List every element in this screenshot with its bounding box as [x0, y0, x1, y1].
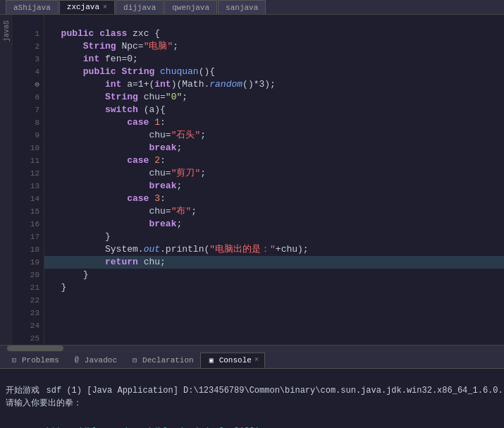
- code-line-11: case 2:: [44, 154, 504, 167]
- code-line-blank: [44, 15, 504, 27]
- gutter-line-13: 13: [13, 180, 39, 192]
- tab-declaration[interactable]: ⊟ Declaration: [123, 353, 200, 368]
- code-line-7: switch (a){: [44, 104, 504, 116]
- bottom-tab-bar: ⊡ Problems @ Javadoc ⊟ Declaration ▣ Con…: [0, 352, 504, 369]
- code-line-20: }: [44, 269, 504, 281]
- console-close-icon[interactable]: ×: [254, 356, 259, 364]
- tab-sanjava[interactable]: sanjava: [218, 0, 266, 14]
- code-line-9: chu="石头";: [44, 129, 504, 142]
- code-line-13: break;: [44, 180, 504, 192]
- code-line-5: int a=1+(int)(Math.random()*3);: [44, 78, 504, 91]
- code-line-15: chu="布";: [44, 205, 504, 218]
- tab-javadoc-label: Javadoc: [85, 356, 117, 365]
- gutter-line-9: 9: [13, 129, 39, 142]
- code-line-14: case 3:: [44, 192, 504, 205]
- code-line-12: chu="剪刀";: [44, 167, 504, 180]
- horizontal-scrollbar[interactable]: [0, 345, 504, 351]
- tab-ashijava[interactable]: aShijava: [6, 0, 59, 14]
- editor-wrapper: javaS 1 2 3 4 ⊖ 6 7 8 9 10 11 12 13 14 1…: [0, 15, 504, 345]
- gutter-empty: [13, 15, 39, 27]
- gutter-line-1: 1: [13, 27, 39, 40]
- gutter-line-18: 18: [13, 243, 39, 256]
- tab-console[interactable]: ▣ Console ×: [200, 353, 265, 368]
- code-editor[interactable]: public class zxc { String Npc="电脑"; int …: [44, 15, 504, 345]
- code-line-21: }: [44, 281, 504, 294]
- tab-label: sanjava: [226, 4, 258, 12]
- declaration-icon: ⊟: [130, 355, 140, 365]
- tab-problems-label: Problems: [22, 356, 59, 365]
- gutter-line-25: 25: [13, 332, 39, 345]
- gutter-line-20: 20: [13, 269, 39, 281]
- javadoc-icon: @: [72, 355, 82, 365]
- code-line-10: break;: [44, 142, 504, 154]
- side-strip: javaS: [0, 15, 13, 345]
- gutter-line-7: 7: [13, 104, 39, 116]
- tab-close-icon[interactable]: ×: [103, 4, 107, 11]
- code-line-8: case 1:: [44, 116, 504, 129]
- console-title: sdf (1) [Java Application] D:\123456789\…: [47, 386, 503, 396]
- tab-label: dijjava: [123, 4, 156, 12]
- side-label: javaS: [3, 20, 11, 42]
- tab-dijjava[interactable]: dijjava: [116, 0, 164, 14]
- code-line-19: return chu;: [44, 256, 504, 269]
- tab-label: aShijava: [13, 4, 51, 12]
- problems-icon: ⊡: [9, 355, 19, 365]
- code-line-2: String Npc="电脑";: [44, 40, 504, 53]
- code-line-6: String chu="0";: [44, 91, 504, 104]
- code-line-17: }: [44, 231, 504, 243]
- console-output-line2: 请输入你要出的拳：: [6, 397, 498, 410]
- gutter-line-16: 16: [13, 218, 39, 231]
- tab-javadoc[interactable]: @ Javadoc: [66, 353, 123, 368]
- gutter-line-6: 6: [13, 91, 39, 104]
- gutter-line-21: 21: [13, 281, 39, 294]
- gutter-line-14: 14: [13, 192, 39, 205]
- tab-zxcjava[interactable]: zxcjava ×: [59, 0, 115, 14]
- code-line-16: break;: [44, 218, 504, 231]
- gutter-line-5: ⊖: [13, 78, 39, 91]
- gutter-line-24: 24: [13, 319, 39, 332]
- tab-qwenjava[interactable]: qwenjava: [164, 0, 217, 14]
- code-line-3: int fen=0;: [44, 53, 504, 66]
- gutter-line-3: 3: [13, 53, 39, 66]
- editor-tab-bar: aShijava zxcjava × dijjava qwenjava sanj…: [0, 0, 504, 15]
- console-output: sdf (1) [Java Application] D:\123456789\…: [0, 369, 504, 428]
- gutter-line-22: 22: [13, 294, 39, 307]
- line-number-gutter: 1 2 3 4 ⊖ 6 7 8 9 10 11 12 13 14 15 16 1…: [13, 15, 44, 345]
- console-title-line: sdf (1) [Java Application] D:\123456789\…: [6, 372, 498, 384]
- gutter-line-8: 8: [13, 116, 39, 129]
- bottom-panel: ⊡ Problems @ Javadoc ⊟ Declaration ▣ Con…: [0, 352, 504, 428]
- gutter-line-10: 10: [13, 142, 39, 154]
- gutter-line-23: 23: [13, 307, 39, 319]
- gutter-line-17: 17: [13, 231, 39, 243]
- gutter-line-11: 11: [13, 154, 39, 167]
- console-icon: ▣: [207, 355, 216, 365]
- gutter-line-19: 19: [13, 256, 39, 269]
- gutter-line-15: 15: [13, 205, 39, 218]
- tab-problems[interactable]: ⊡ Problems: [3, 353, 66, 368]
- code-line-22: [44, 294, 504, 307]
- tab-declaration-label: Declaration: [142, 356, 194, 365]
- tab-console-label: Console: [219, 356, 252, 365]
- code-line-1: public class zxc {: [44, 27, 504, 40]
- tab-label: qwenjava: [172, 4, 209, 12]
- gutter-line-4: 4: [13, 66, 39, 78]
- code-line-18: System.out.println("电脑出的是："+chu);: [44, 243, 504, 256]
- gutter-line-2: 2: [13, 40, 39, 53]
- code-line-4: public String chuquan(){: [44, 66, 504, 78]
- gutter-line-12: 12: [13, 167, 39, 180]
- main-window: aShijava zxcjava × dijjava qwenjava sanj…: [0, 0, 504, 428]
- scroll-thumb[interactable]: [7, 346, 63, 351]
- console-link-line: https://blog.csdn.net/blog/csdn/ne8zy810…: [6, 412, 498, 425]
- tab-label: zxcjava: [67, 3, 99, 11]
